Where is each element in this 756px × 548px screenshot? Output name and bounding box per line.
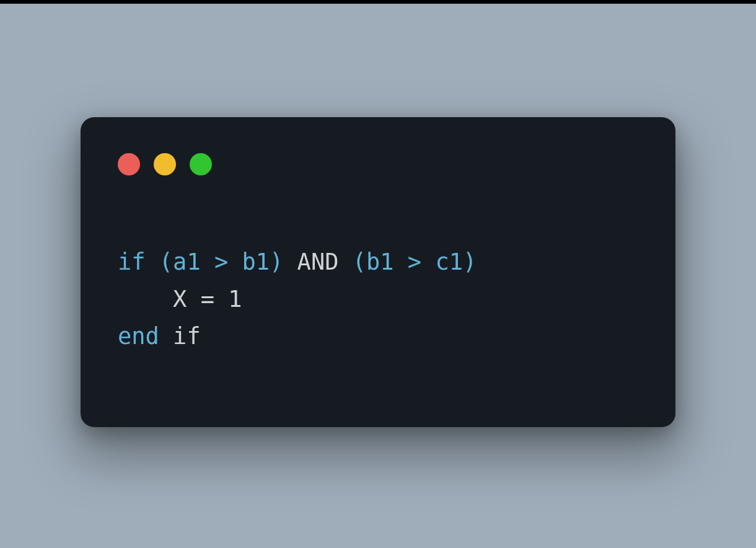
indent xyxy=(118,286,173,312)
code-token: c1) xyxy=(421,249,477,275)
keyword-if: if xyxy=(118,249,146,275)
literal-1: 1 xyxy=(228,286,242,312)
maximize-icon[interactable] xyxy=(190,153,212,175)
variable-x: X xyxy=(173,286,187,312)
keyword-if-end: if xyxy=(173,323,201,350)
code-token: (b1 xyxy=(353,249,408,275)
code-line-3: end if xyxy=(118,323,201,350)
operator-gt: > xyxy=(214,249,228,275)
minimize-icon[interactable] xyxy=(154,153,176,175)
code-block: if (a1 > b1) AND (b1 > c1) X = 1 end if xyxy=(118,244,638,355)
operator-eq: = xyxy=(187,286,228,312)
close-icon[interactable] xyxy=(118,153,140,175)
page-top-border xyxy=(0,0,756,4)
keyword-end: end xyxy=(118,323,159,350)
space xyxy=(159,323,173,350)
code-line-2: X = 1 xyxy=(118,286,242,312)
code-token: (a1 xyxy=(146,249,214,275)
code-token: b1) xyxy=(228,249,283,275)
operator-gt: > xyxy=(408,249,421,275)
keyword-and: AND xyxy=(283,249,352,275)
code-window: if (a1 > b1) AND (b1 > c1) X = 1 end if xyxy=(81,117,675,427)
traffic-lights xyxy=(118,153,638,175)
code-line-1: if (a1 > b1) AND (b1 > c1) xyxy=(118,249,477,275)
